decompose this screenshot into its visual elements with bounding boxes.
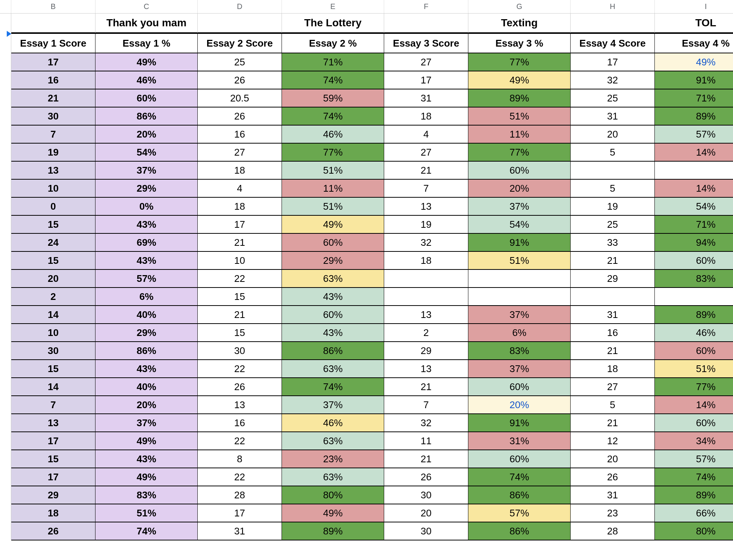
data-cell[interactable]: 7 [384, 180, 468, 198]
data-cell[interactable]: 0 [11, 198, 95, 216]
row-stub[interactable] [0, 234, 11, 252]
data-cell[interactable]: 60% [655, 252, 733, 270]
data-cell[interactable]: 86% [468, 522, 571, 540]
data-cell[interactable]: 27 [384, 144, 468, 162]
data-cell[interactable]: 74% [282, 107, 384, 126]
data-cell[interactable]: 31% [468, 432, 571, 450]
data-cell[interactable]: 4 [198, 180, 282, 198]
title-cell[interactable]: Thank you mam [95, 14, 198, 33]
col-header-C[interactable]: C [95, 0, 198, 13]
row-stub[interactable] [0, 342, 11, 360]
data-cell[interactable]: 10 [11, 324, 95, 342]
data-cell[interactable]: 8 [198, 450, 282, 468]
data-cell[interactable]: 31 [198, 522, 282, 540]
data-cell[interactable]: 16 [198, 414, 282, 432]
data-cell[interactable]: 15 [198, 288, 282, 306]
data-cell[interactable]: 40% [95, 378, 198, 396]
data-cell[interactable]: 13 [384, 198, 468, 216]
data-cell[interactable]: 46% [282, 414, 384, 432]
data-cell[interactable]: 23 [571, 504, 655, 522]
data-cell[interactable]: 60% [282, 234, 384, 252]
data-cell[interactable]: 40% [95, 306, 198, 324]
data-cell[interactable]: 37% [468, 306, 571, 324]
data-cell[interactable]: 16 [198, 126, 282, 144]
data-cell[interactable]: 71% [655, 216, 733, 234]
data-cell[interactable]: 51% [282, 198, 384, 216]
data-cell[interactable]: 7 [11, 126, 95, 144]
data-cell[interactable]: 18 [571, 360, 655, 378]
data-cell[interactable]: 17 [198, 504, 282, 522]
data-cell[interactable]: 89% [282, 522, 384, 540]
data-cell[interactable]: 66% [655, 504, 733, 522]
col-header-F[interactable]: F [384, 0, 468, 13]
data-cell[interactable]: 17 [11, 468, 95, 486]
data-cell[interactable]: 11 [384, 432, 468, 450]
data-cell[interactable]: 21 [198, 234, 282, 252]
data-cell[interactable]: 33 [571, 234, 655, 252]
data-cell[interactable]: 28 [198, 486, 282, 504]
data-cell[interactable]: 24 [11, 234, 95, 252]
data-cell[interactable]: 60% [282, 306, 384, 324]
data-cell[interactable]: 27 [571, 378, 655, 396]
data-cell[interactable]: 49% [655, 53, 733, 71]
data-cell[interactable]: 29% [95, 180, 198, 198]
data-cell[interactable]: 25 [571, 89, 655, 107]
data-cell[interactable]: 14% [655, 180, 733, 198]
data-cell[interactable]: 17 [198, 216, 282, 234]
data-cell[interactable]: 80% [655, 522, 733, 540]
data-cell[interactable]: 74% [655, 468, 733, 486]
row-stub[interactable] [0, 71, 11, 89]
data-cell[interactable]: 51% [468, 252, 571, 270]
data-cell[interactable]: 21 [571, 252, 655, 270]
data-cell[interactable]: 5 [571, 144, 655, 162]
title-cell[interactable]: TOL [655, 14, 733, 33]
row-stub[interactable] [0, 360, 11, 378]
data-cell[interactable]: 21 [198, 306, 282, 324]
data-cell[interactable]: 71% [655, 89, 733, 107]
data-cell[interactable] [655, 288, 733, 306]
data-cell[interactable]: 14% [655, 144, 733, 162]
data-cell[interactable]: 37% [95, 162, 198, 180]
row-stub[interactable] [0, 216, 11, 234]
title-cell[interactable]: The Lottery [282, 14, 384, 33]
data-cell[interactable]: 60% [468, 162, 571, 180]
data-cell[interactable]: 20% [468, 180, 571, 198]
data-cell[interactable]: 94% [655, 234, 733, 252]
data-cell[interactable]: 5 [571, 180, 655, 198]
header-cell[interactable]: Essay 3 % [468, 33, 571, 53]
row-stub[interactable] [0, 396, 11, 414]
data-cell[interactable]: 21 [384, 162, 468, 180]
data-cell[interactable]: 91% [468, 414, 571, 432]
data-cell[interactable]: 20 [571, 450, 655, 468]
data-cell[interactable]: 31 [571, 306, 655, 324]
data-cell[interactable]: 43% [95, 216, 198, 234]
data-cell[interactable]: 20.5 [198, 89, 282, 107]
data-cell[interactable] [571, 162, 655, 180]
data-cell[interactable]: 20% [95, 396, 198, 414]
row-stub[interactable] [0, 414, 11, 432]
data-cell[interactable]: 74% [95, 522, 198, 540]
data-cell[interactable]: 13 [198, 396, 282, 414]
data-cell[interactable]: 20 [571, 126, 655, 144]
data-cell[interactable]: 60% [95, 89, 198, 107]
col-header-E[interactable]: E [282, 0, 384, 13]
data-cell[interactable]: 26 [198, 107, 282, 126]
row-stub[interactable] [0, 144, 11, 162]
data-cell[interactable]: 14 [11, 378, 95, 396]
data-cell[interactable]: 26 [11, 522, 95, 540]
data-cell[interactable]: 23% [282, 450, 384, 468]
data-cell[interactable]: 83% [655, 270, 733, 288]
data-cell[interactable]: 19 [571, 198, 655, 216]
data-cell[interactable]: 5 [571, 396, 655, 414]
data-cell[interactable]: 49% [468, 71, 571, 89]
header-cell[interactable]: Essay 4 % [655, 33, 733, 53]
data-cell[interactable]: 71% [282, 53, 384, 71]
data-cell[interactable]: 51% [655, 360, 733, 378]
data-cell[interactable]: 7 [11, 396, 95, 414]
row-stub[interactable] [0, 522, 11, 540]
data-cell[interactable]: 17 [11, 432, 95, 450]
data-cell[interactable]: 27 [384, 53, 468, 71]
data-cell[interactable]: 28 [571, 522, 655, 540]
title-cell[interactable] [198, 14, 282, 33]
data-cell[interactable]: 27 [198, 144, 282, 162]
